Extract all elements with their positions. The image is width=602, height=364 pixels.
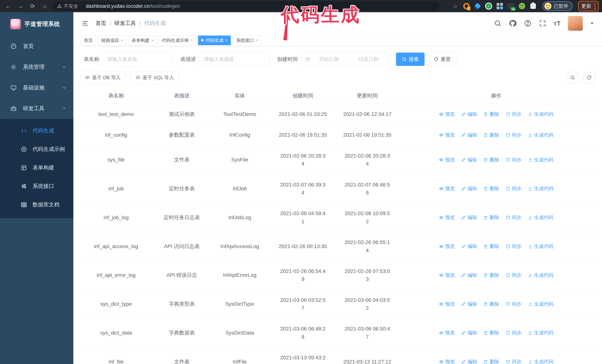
preview-action[interactable]: 预览 xyxy=(439,214,455,221)
close-icon[interactable]: × xyxy=(151,38,154,42)
sidebar-item-研发工具[interactable]: 研发工具 xyxy=(0,98,73,119)
close-icon[interactable]: × xyxy=(256,38,258,42)
bookmark-star-icon[interactable]: ☆ xyxy=(453,3,458,10)
close-icon[interactable]: × xyxy=(226,38,228,42)
preview-action[interactable]: 预览 xyxy=(439,272,455,279)
breadcrumb-item-首页[interactable]: 首页 xyxy=(96,20,106,27)
check-extension-icon[interactable] xyxy=(485,3,492,10)
sync-action[interactable]: 同步 xyxy=(505,272,521,279)
gem-extension-icon[interactable] xyxy=(474,3,481,10)
github-icon[interactable] xyxy=(509,20,516,27)
reset-button[interactable]: 重置 xyxy=(428,52,456,66)
sidebar-logo[interactable]: 芋道管理系统 xyxy=(0,12,73,36)
docs-extension-icon[interactable] xyxy=(463,3,470,10)
sync-action[interactable]: 同步 xyxy=(505,111,521,117)
submenu-item-表单构建[interactable]: 表单构建 xyxy=(0,158,73,177)
submenu-item-代码生成[interactable]: 代码生成 xyxy=(0,122,73,140)
tab-系统接口[interactable]: 系统接口× xyxy=(233,36,261,45)
tab-链路追踪[interactable]: 链路追踪× xyxy=(98,36,126,45)
sync-action[interactable]: 同步 xyxy=(505,358,521,364)
generate-code-action[interactable]: 生成代码 xyxy=(528,111,553,117)
import-db-button[interactable]: 基于 DB 导入 xyxy=(80,72,126,83)
edit-action[interactable]: 编辑 xyxy=(461,132,477,138)
search-button[interactable]: 搜索 xyxy=(396,52,425,66)
hamburger-icon[interactable] xyxy=(82,20,89,27)
tab-首页[interactable]: 首页 xyxy=(81,36,96,45)
delete-action[interactable]: 删除 xyxy=(483,272,499,279)
submenu-item-系统接口[interactable]: 系统接口 xyxy=(0,177,73,196)
search-icon[interactable] xyxy=(494,20,501,27)
help-icon[interactable] xyxy=(524,20,531,27)
close-icon[interactable]: × xyxy=(190,38,193,42)
preview-action[interactable]: 预览 xyxy=(439,330,455,336)
generate-code-action[interactable]: 生成代码 xyxy=(528,330,553,336)
edit-action[interactable]: 编辑 xyxy=(461,111,477,117)
sync-action[interactable]: 同步 xyxy=(505,157,521,163)
tab-表单构建[interactable]: 表单构建× xyxy=(129,36,157,45)
generate-code-action[interactable]: 生成代码 xyxy=(528,272,553,279)
sidebar-item-首页[interactable]: 首页 xyxy=(0,36,73,57)
not-secure-warning[interactable]: 不安全 xyxy=(57,3,78,10)
profile-paused-chip[interactable]: 已暂停 xyxy=(543,1,572,11)
preview-action[interactable]: 预览 xyxy=(439,301,455,307)
table-name-input[interactable] xyxy=(103,52,173,66)
sync-action[interactable]: 同步 xyxy=(505,243,521,250)
generate-code-action[interactable]: 生成代码 xyxy=(528,157,553,163)
reload-icon[interactable]: ⟳ xyxy=(28,1,37,11)
edit-action[interactable]: 编辑 xyxy=(461,157,477,163)
forward-icon[interactable]: → xyxy=(16,1,25,11)
preview-action[interactable]: 预览 xyxy=(439,157,455,163)
browser-menu-icon[interactable] xyxy=(594,3,595,9)
back-icon[interactable]: ← xyxy=(3,1,13,11)
preview-action[interactable]: 预览 xyxy=(439,111,455,117)
delete-action[interactable]: 删除 xyxy=(483,358,499,364)
generate-code-action[interactable]: 生成代码 xyxy=(528,301,553,307)
delete-action[interactable]: 删除 xyxy=(483,301,499,307)
fullscreen-icon[interactable] xyxy=(539,20,546,27)
generate-code-action[interactable]: 生成代码 xyxy=(528,185,553,192)
submenu-item-代码生成示例[interactable]: 代码生成示例 xyxy=(0,140,73,158)
submenu-item-数据库文档[interactable]: 数据库文档 xyxy=(0,196,73,214)
sidebar-item-系统管理[interactable]: 系统管理 xyxy=(0,57,73,77)
delete-action[interactable]: 删除 xyxy=(483,157,499,163)
delete-action[interactable]: 删除 xyxy=(483,214,499,221)
generate-code-action[interactable]: 生成代码 xyxy=(528,132,553,138)
delete-action[interactable]: 删除 xyxy=(483,243,499,250)
sync-action[interactable]: 同步 xyxy=(505,330,521,336)
onpage-extension-icon[interactable] xyxy=(507,3,514,10)
chevron-down-icon[interactable]: ▼ xyxy=(590,21,594,26)
edit-action[interactable]: 编辑 xyxy=(461,272,477,279)
sync-action[interactable]: 同步 xyxy=(505,185,521,192)
toggle-search-button[interactable] xyxy=(566,72,579,84)
delete-action[interactable]: 删除 xyxy=(483,185,499,192)
edit-action[interactable]: 编辑 xyxy=(461,358,477,364)
frog-extension-icon[interactable] xyxy=(518,3,526,10)
preview-action[interactable]: 预览 xyxy=(439,132,455,138)
grid-extension-icon[interactable] xyxy=(496,3,503,10)
edit-action[interactable]: 编辑 xyxy=(461,185,477,192)
preview-action[interactable]: 预览 xyxy=(439,185,455,192)
preview-action[interactable]: 预览 xyxy=(439,358,455,364)
home-icon[interactable]: ⌂ xyxy=(40,1,50,11)
preview-action[interactable]: 预览 xyxy=(439,243,455,250)
delete-action[interactable]: 删除 xyxy=(483,132,499,138)
font-size-icon[interactable]: тT xyxy=(554,20,560,27)
delete-action[interactable]: 删除 xyxy=(483,330,499,336)
puzzle-extension-icon[interactable] xyxy=(530,3,537,10)
sidebar-item-基础设施[interactable]: 基础设施 xyxy=(0,77,73,98)
tab-代码生成[interactable]: 代码生成× xyxy=(198,36,231,45)
delete-action[interactable]: 删除 xyxy=(483,111,499,117)
update-button[interactable]: 更新 xyxy=(581,3,591,10)
sync-action[interactable]: 同步 xyxy=(505,301,521,307)
table-desc-input[interactable] xyxy=(199,52,270,66)
refresh-table-button[interactable] xyxy=(583,72,595,84)
close-icon[interactable]: × xyxy=(121,38,123,42)
edit-action[interactable]: 编辑 xyxy=(461,301,477,307)
sync-action[interactable]: 同步 xyxy=(505,214,521,221)
date-range-picker[interactable]: 开始日期 - 结束日期 xyxy=(301,52,388,66)
import-sql-button[interactable]: 基于 SQL 导入 xyxy=(130,72,179,83)
user-avatar[interactable] xyxy=(568,16,583,31)
edit-action[interactable]: 编辑 xyxy=(461,214,477,221)
edit-action[interactable]: 编辑 xyxy=(461,243,477,250)
generate-code-action[interactable]: 生成代码 xyxy=(528,214,553,221)
